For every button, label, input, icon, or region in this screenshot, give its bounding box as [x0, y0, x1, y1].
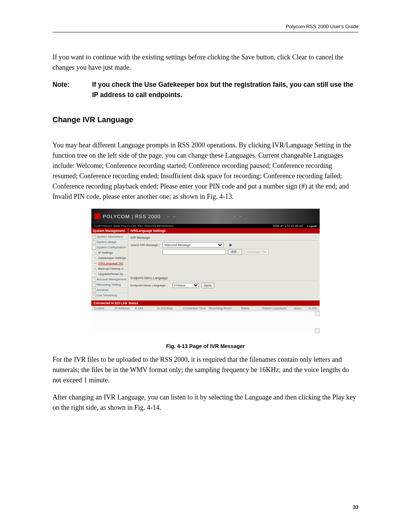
note-block: Note: If you check the Use Gatekeeper bo… — [53, 80, 358, 100]
paragraph-ivr-overview: You may hear different Language prompts … — [53, 140, 358, 202]
status-col-8: Audio — [277, 307, 292, 310]
nav-arrows-left-icon: ←← — [166, 213, 178, 219]
scroll-up-icon[interactable] — [315, 311, 320, 316]
section-endpoint-language-title: Endpoint Menu Language — [131, 275, 317, 281]
sidebar-item-11[interactable]: +Live Streaming — [91, 293, 128, 298]
svg-marker-0 — [229, 243, 232, 247]
sidebar-item-label[interactable]: Archives — [97, 288, 108, 292]
paragraph-upload-reqs: For the IVR files to be uploaded to the … — [53, 355, 358, 385]
status-col-2: E.164 — [134, 307, 156, 310]
tree-toggle-icon[interactable]: - — [92, 246, 96, 249]
apply-button[interactable]: Apply — [201, 283, 214, 288]
status-columns-row: ControlIP AddressE.164H.323 AliasConnect… — [91, 306, 320, 311]
logout-link[interactable]: Logout — [307, 224, 317, 228]
sidebar-item-6[interactable]: Backup/Cleanup Settings — [91, 266, 128, 272]
status-col-10: H.239 — [303, 307, 318, 310]
section-heading-change-ivr: Change IVR Language — [53, 115, 358, 124]
paragraph-play-key: After changing an IVR Language, you can … — [53, 392, 358, 413]
sidebar-item-9[interactable]: +Recording Setting — [91, 282, 128, 288]
status-col-5: Recording Room — [207, 307, 239, 310]
status-col-3: H.323 Alias — [156, 307, 182, 310]
sidebar-item-label[interactable]: IVR/Language Settings — [98, 262, 128, 265]
tree-toggle-icon[interactable]: + — [92, 294, 96, 297]
brand-text: POLYCOM | RSS 2000 — [103, 214, 161, 219]
status-col-9: Video — [292, 307, 303, 310]
browse-button[interactable]: 浏览... — [228, 249, 242, 255]
tree-toggle-icon[interactable]: + — [92, 278, 96, 281]
tree-toggle-icon[interactable]: + — [92, 235, 96, 239]
select-ivr-message[interactable]: Welcome Message — [162, 243, 223, 248]
main-header: IVR/Language Settings — [128, 228, 320, 233]
scroll-down-icon[interactable] — [315, 328, 320, 333]
endpoint-language-select[interactable]: Chinese — [172, 283, 199, 288]
sidebar-item-label[interactable]: Live Streaming — [97, 294, 117, 297]
sidebar-item-label[interactable]: Account Management — [97, 278, 126, 281]
section-ivr-message-title: IVR Message — [131, 235, 317, 241]
page-number: 33 — [353, 504, 358, 510]
sidebar-item-8[interactable]: +Account Management — [91, 277, 128, 282]
endpoint-language-label: Endpoint Menu Language : — [131, 284, 172, 287]
sidebar-item-0[interactable]: +System Information — [91, 234, 128, 240]
play-icon — [229, 243, 233, 247]
status-col-7: Packet Loss — [261, 307, 277, 310]
rss-ip-label: RSS IP: 172.21.99.43 — [273, 224, 303, 228]
tree-toggle-icon[interactable]: + — [92, 288, 96, 292]
sidebar-item-10[interactable]: +Archives — [91, 288, 128, 293]
sidebar-item-label[interactable]: IP Settings — [98, 251, 113, 254]
status-empty-area — [91, 311, 320, 333]
note-label: Note: — [53, 80, 92, 100]
figure-subbar: COPYRIGHT 2006 POLYCOM, INC. RIGHTS RESE… — [91, 224, 320, 228]
paragraph-intro-clear: If you want to continue with the existin… — [53, 52, 358, 73]
status-col-4: Connection Time — [182, 307, 207, 310]
sidebar-item-label[interactable]: System Information — [97, 235, 123, 238]
sidebar-item-label[interactable]: System Configuration — [97, 246, 126, 249]
sidebar: System Management +System Information+Sy… — [91, 228, 128, 300]
figure-banner: POLYCOM | RSS 2000 ←← →→ — [91, 209, 320, 224]
file-path-input[interactable] — [162, 249, 226, 255]
doc-header-right: Polycom RSS 2000 User's Guide — [286, 24, 358, 29]
sidebar-item-1[interactable]: +System Usage — [91, 240, 128, 245]
copyright-text: COPYRIGHT 2006 POLYCOM, INC. RIGHTS RESE… — [94, 224, 174, 228]
sidebar-item-label[interactable]: System Usage — [97, 240, 116, 244]
note-text: If you check the Use Gatekeeper box but … — [92, 80, 358, 100]
sidebar-item-label[interactable]: Recording Setting — [97, 283, 121, 286]
status-col-1: IP Address — [113, 307, 134, 310]
polycom-logo-icon — [94, 213, 100, 219]
main-panel: IVR/Language Settings IVR Message Select… — [128, 228, 320, 300]
status-header: Connected H.323 Link Status — [91, 300, 320, 306]
play-button[interactable] — [227, 242, 234, 248]
sidebar-item-label[interactable]: Backup/Cleanup Settings — [98, 267, 128, 270]
sidebar-item-4[interactable]: Gatekeeper Settings — [91, 256, 128, 261]
sidebar-header: System Management — [91, 228, 128, 233]
header-rule — [53, 32, 358, 32]
figure-4-13: POLYCOM | RSS 2000 ←← →→ COPYRIGHT 2006 … — [91, 209, 320, 333]
select-ivr-label: Select IVR Message : — [131, 243, 162, 247]
sidebar-item-5[interactable]: IVR/Language Settings — [91, 261, 128, 266]
sidebar-item-3[interactable]: IP Settings — [91, 250, 128, 256]
nav-arrows-right-icon: →→ — [231, 213, 244, 219]
sidebar-item-2[interactable]: -System Configuration — [91, 245, 128, 250]
sidebar-item-label[interactable]: Upgrade/Reset System — [98, 272, 128, 276]
tree-toggle-icon[interactable]: + — [92, 240, 96, 244]
download-file-button[interactable]: Download File — [244, 249, 269, 255]
sidebar-item-7[interactable]: Upgrade/Reset System — [91, 272, 128, 277]
sidebar-item-label[interactable]: Gatekeeper Settings — [98, 256, 126, 260]
figure-caption: Fig. 4-13 Page of IVR Messager — [53, 343, 358, 349]
sidebar-tree: +System Information+System Usage-System … — [91, 233, 128, 300]
status-col-6: Status — [239, 307, 261, 310]
tree-toggle-icon[interactable]: + — [92, 283, 96, 287]
status-col-0: Control — [93, 307, 113, 310]
